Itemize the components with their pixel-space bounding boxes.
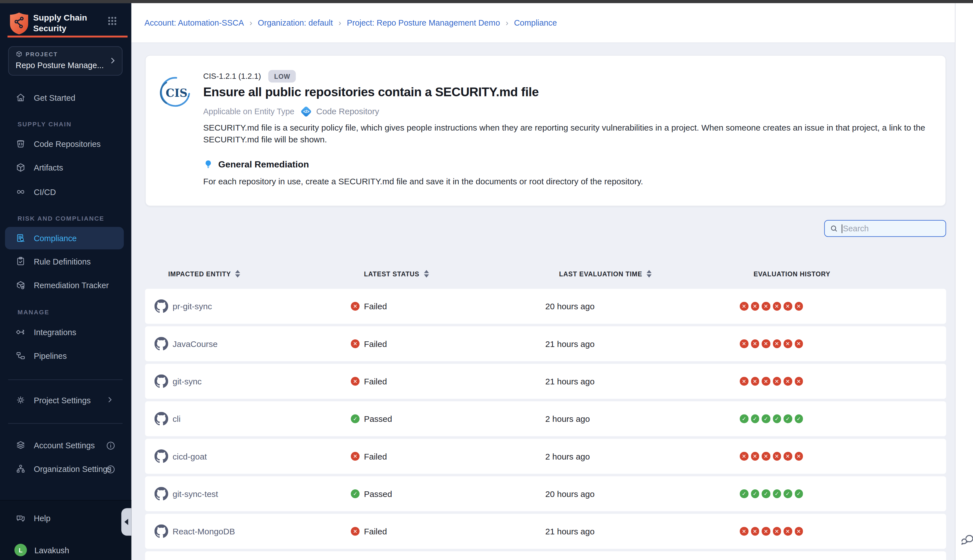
- column-header-evaluation-history: EVALUATION HISTORY: [753, 270, 830, 278]
- passed-status-icon: ✓: [784, 415, 792, 423]
- last-evaluation-time: 2 hours ago: [545, 401, 590, 436]
- sidebar-item-project-settings[interactable]: Project Settings: [5, 389, 124, 412]
- sidebar-collapse-handle[interactable]: [121, 508, 132, 536]
- sidebar-item-integrations[interactable]: Integrations: [5, 320, 124, 343]
- failed-status-icon: ✕: [740, 302, 748, 310]
- failed-status-icon: ✕: [773, 452, 781, 460]
- status-label: Failed: [364, 339, 387, 348]
- last-evaluation-time: 21 hours ago: [545, 364, 595, 399]
- breadcrumb-link[interactable]: Project: Repo Posture Management Demo: [347, 18, 500, 27]
- failed-status-icon: ✕: [784, 377, 792, 385]
- sidebar-item-account-settings[interactable]: Account Settings: [5, 433, 124, 456]
- remediation-title: General Remediation: [218, 159, 309, 169]
- column-header-latest-status[interactable]: LATEST STATUS: [364, 270, 429, 278]
- sidebar-section-label: RISK AND COMPLIANCE: [17, 215, 104, 222]
- sidebar-item-pipelines[interactable]: Pipelines: [5, 345, 124, 367]
- entity-name[interactable]: pr-git-sync: [173, 302, 212, 311]
- sidebar-item-artifacts[interactable]: Artifacts: [5, 156, 124, 179]
- entity-name[interactable]: React-MongoDB: [173, 527, 235, 536]
- sidebar-item-help[interactable]: ? Help: [5, 507, 124, 529]
- entity-name[interactable]: cicd-goat: [173, 452, 207, 461]
- failed-status-icon: ✕: [784, 452, 792, 460]
- failed-status-icon: ✕: [794, 377, 803, 385]
- cis-logo: CIS.: [159, 76, 190, 111]
- entity-cell: cli: [155, 401, 181, 436]
- passed-status-icon: ✓: [751, 415, 759, 423]
- breadcrumb-link[interactable]: Account: Automation-SSCA: [144, 18, 244, 27]
- sidebar-item-get-started[interactable]: Get Started: [5, 87, 124, 109]
- entity-cell: pr-git-sync: [155, 289, 212, 323]
- evaluation-history-cell: ✓✓✓✓✓✓: [740, 551, 806, 560]
- app-logo-shield-icon: [9, 12, 29, 35]
- column-header-label: IMPACTED ENTITY: [168, 270, 231, 278]
- table-row[interactable]: JavaCourse✕Failed21 hours ago✕✕✕✕✕✕: [145, 326, 946, 361]
- gear-icon: [16, 395, 26, 405]
- project-name: Repo Posture Manage...: [16, 60, 104, 70]
- status-label: Failed: [364, 377, 387, 386]
- user-menu[interactable]: L Lavakush: [5, 539, 124, 560]
- table-row[interactable]: ✓✓✓✓✓✓✓: [145, 551, 946, 560]
- entity-cell: git-sync: [155, 364, 202, 399]
- failed-status-icon: ✕: [351, 452, 359, 461]
- info-icon[interactable]: [105, 464, 115, 473]
- failed-status-icon: ✕: [761, 527, 770, 535]
- brand-accent-line: [8, 36, 127, 38]
- search-icon: [830, 224, 838, 232]
- status-cell: ✕Failed: [351, 364, 387, 399]
- sidebar-item-ci-cd[interactable]: CI/CD: [5, 181, 124, 203]
- column-header-impacted-entity[interactable]: IMPACTED ENTITY: [168, 270, 240, 278]
- table-row[interactable]: cicd-goat✕Failed2 hours ago✕✕✕✕✕✕: [145, 439, 946, 473]
- severity-badge: LOW: [269, 70, 296, 82]
- breadcrumb-link[interactable]: Organization: default: [258, 18, 333, 27]
- passed-status-icon: ✓: [740, 415, 748, 423]
- failed-status-icon: ✕: [740, 452, 748, 460]
- sort-icon[interactable]: [424, 270, 429, 278]
- project-selector[interactable]: PROJECT Repo Posture Manage...: [8, 46, 122, 75]
- sidebar-item-label: Project Settings: [34, 395, 91, 405]
- passed-status-icon: ✓: [351, 415, 359, 423]
- sidebar-item-label: Rule Definitions: [34, 257, 91, 266]
- last-evaluation-time: 20 hours ago: [545, 476, 595, 511]
- applicable-label: Applicable on Entity Type: [203, 107, 294, 116]
- table-row[interactable]: git-sync-test✓Passed20 hours ago✓✓✓✓✓✓: [145, 476, 946, 511]
- sidebar-item-label: Organization Settings: [34, 464, 112, 473]
- status-label: Failed: [364, 527, 387, 536]
- evaluation-history-cell: ✕✕✕✕✕✕: [740, 514, 806, 549]
- entity-cell: cicd-goat: [155, 439, 207, 473]
- divider: [8, 379, 122, 380]
- sidebar-item-code-repositories[interactable]: Code Repositories: [5, 133, 124, 155]
- last-evaluation-time: 2 hours ago: [545, 439, 590, 473]
- sidebar-item-compliance[interactable]: Compliance: [5, 227, 124, 249]
- info-icon[interactable]: [105, 440, 115, 450]
- table-row[interactable]: pr-git-sync✕Failed20 hours ago✕✕✕✕✕✕: [145, 289, 946, 323]
- entity-name[interactable]: git-sync: [173, 377, 202, 386]
- entity-name[interactable]: cli: [173, 414, 180, 423]
- project-cube-icon: [16, 51, 23, 57]
- github-icon: [155, 525, 169, 538]
- right-rail: [955, 3, 973, 560]
- sidebar-item-rule-definitions[interactable]: Rule Definitions: [5, 250, 124, 272]
- status-label: Failed: [364, 302, 387, 311]
- entity-name[interactable]: git-sync-test: [173, 489, 218, 498]
- sort-icon[interactable]: [647, 270, 652, 278]
- sidebar-item-remediation-tracker[interactable]: Remediation Tracker: [5, 274, 124, 296]
- failed-status-icon: ✕: [784, 302, 792, 310]
- sort-icon[interactable]: [235, 270, 240, 278]
- remediation-text: For each repository in use, create a SEC…: [203, 177, 643, 186]
- table-row[interactable]: cli✓Passed2 hours ago✓✓✓✓✓✓: [145, 401, 946, 436]
- status-label: Passed: [364, 414, 392, 423]
- table-row[interactable]: git-sync✕Failed21 hours ago✕✕✕✕✕✕: [145, 364, 946, 399]
- chat-widget-icon[interactable]: [961, 533, 973, 547]
- status-cell: ✕Failed: [351, 514, 387, 549]
- module-grid-icon[interactable]: [107, 16, 118, 27]
- column-header-last-evaluation-time[interactable]: LAST EVALUATION TIME: [559, 270, 652, 278]
- failed-status-icon: ✕: [751, 302, 759, 310]
- last-evaluation-time: 21 hours ago: [545, 514, 595, 549]
- evaluation-history-cell: ✕✕✕✕✕✕: [740, 364, 806, 399]
- sidebar-item-organization-settings[interactable]: Organization Settings: [5, 458, 124, 480]
- code-repository-icon: </>: [300, 106, 312, 117]
- entity-name[interactable]: JavaCourse: [173, 339, 218, 348]
- table-row[interactable]: React-MongoDB✕Failed21 hours ago✕✕✕✕✕✕: [145, 514, 946, 549]
- search-input[interactable]: Search: [824, 220, 946, 237]
- breadcrumb-link[interactable]: Compliance: [514, 18, 557, 27]
